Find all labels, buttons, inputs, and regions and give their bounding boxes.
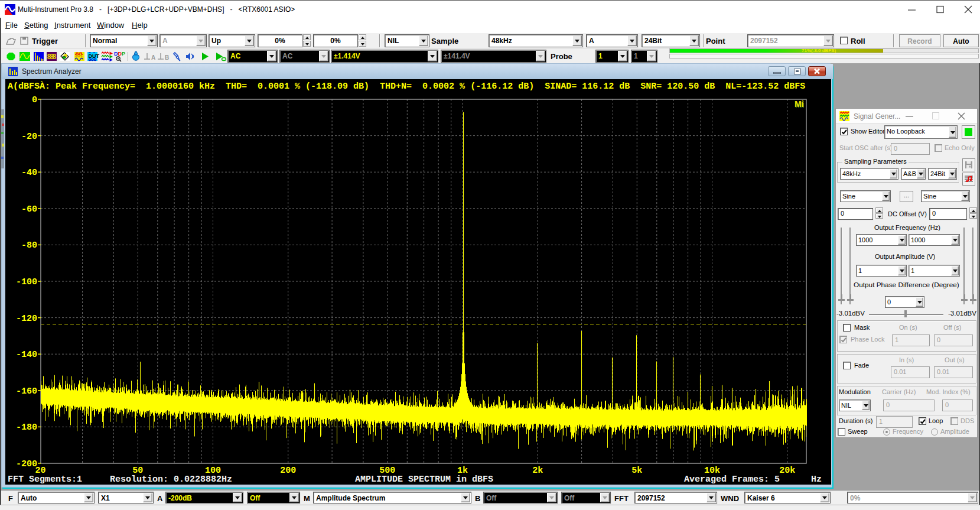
- svg-text:-40: -40: [21, 168, 37, 178]
- svg-text:Hz: Hz: [811, 475, 822, 485]
- svg-text:200: 200: [280, 466, 296, 476]
- svg-text:-180: -180: [16, 423, 37, 433]
- svg-text:Averaged Frames: 5: Averaged Frames: 5: [684, 475, 780, 485]
- svg-text:Resolution: 0.0228882Hz: Resolution: 0.0228882Hz: [110, 475, 232, 485]
- svg-text:0: 0: [32, 95, 37, 105]
- svg-text:A: A: [151, 54, 155, 61]
- svg-text:B: B: [165, 54, 169, 61]
- svg-text:-20: -20: [21, 132, 37, 142]
- svg-text:FFT Segments:1: FFT Segments:1: [8, 475, 82, 485]
- svg-text:A(dBFSÀ: Peak Frequency= 1.00: A(dBFSÀ: Peak Frequency= 1.0000160 kHz T…: [8, 81, 805, 92]
- svg-text:-140: -140: [16, 350, 37, 360]
- svg-text:2k: 2k: [532, 466, 543, 476]
- svg-text:DDP: DDP: [114, 51, 125, 57]
- svg-text:Mi: Mi: [795, 99, 804, 109]
- svg-text:-120: -120: [16, 314, 37, 324]
- svg-text:888: 888: [47, 53, 57, 61]
- svg-text:5k: 5k: [631, 466, 642, 476]
- svg-text:-160: -160: [16, 386, 37, 397]
- svg-text:-200: -200: [16, 459, 37, 469]
- svg-text:DUT: DUT: [89, 53, 100, 59]
- svg-text:-80: -80: [21, 241, 37, 251]
- svg-text:20k: 20k: [779, 466, 795, 476]
- svg-text:-100: -100: [16, 277, 37, 287]
- svg-text:-60: -60: [21, 204, 37, 215]
- svg-text:AMPLITUDE SPECTRUM in dBFS: AMPLITUDE SPECTRUM in dBFS: [355, 475, 493, 485]
